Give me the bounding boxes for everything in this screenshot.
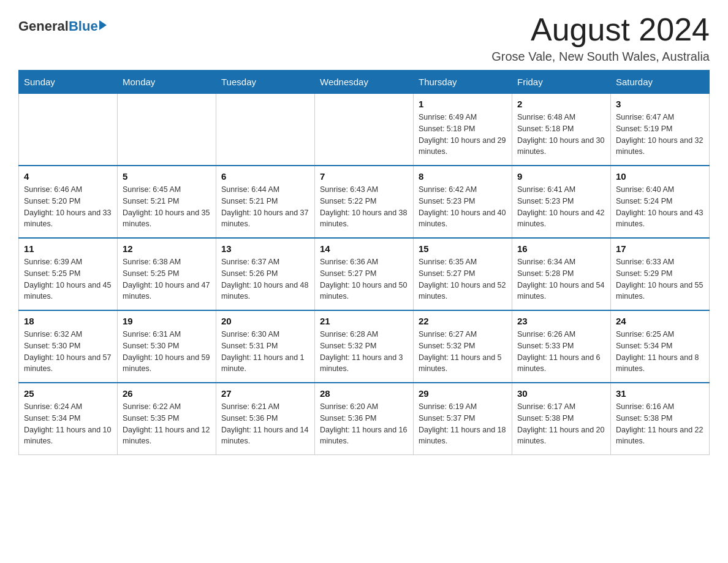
day-number: 1 — [419, 99, 507, 109]
calendar-cell — [216, 94, 315, 166]
calendar-cell: 14Sunrise: 6:36 AMSunset: 5:27 PMDayligh… — [315, 238, 414, 310]
day-info: Sunrise: 6:16 AMSunset: 5:38 PMDaylight:… — [616, 401, 704, 447]
calendar-cell: 1Sunrise: 6:49 AMSunset: 5:18 PMDaylight… — [414, 94, 512, 166]
calendar-cell: 2Sunrise: 6:48 AMSunset: 5:18 PMDaylight… — [512, 94, 611, 166]
calendar-cell: 17Sunrise: 6:33 AMSunset: 5:29 PMDayligh… — [611, 238, 710, 310]
day-number: 28 — [320, 388, 408, 399]
day-number: 12 — [123, 243, 211, 254]
calendar-cell: 10Sunrise: 6:40 AMSunset: 5:24 PMDayligh… — [611, 166, 710, 238]
title-area: August 2024 Grose Vale, New South Wales,… — [491, 12, 710, 64]
day-info: Sunrise: 6:47 AMSunset: 5:19 PMDaylight:… — [616, 112, 704, 158]
calendar-cell: 24Sunrise: 6:25 AMSunset: 5:34 PMDayligh… — [611, 310, 710, 383]
day-info: Sunrise: 6:17 AMSunset: 5:38 PMDaylight:… — [517, 401, 605, 447]
day-info: Sunrise: 6:30 AMSunset: 5:31 PMDaylight:… — [221, 329, 309, 375]
day-info: Sunrise: 6:38 AMSunset: 5:25 PMDaylight:… — [123, 256, 211, 302]
day-info: Sunrise: 6:36 AMSunset: 5:27 PMDaylight:… — [320, 256, 408, 302]
day-number: 2 — [517, 99, 605, 109]
calendar-day-header: Saturday — [611, 71, 710, 94]
calendar-day-header: Thursday — [414, 71, 512, 94]
calendar-cell: 19Sunrise: 6:31 AMSunset: 5:30 PMDayligh… — [118, 310, 216, 383]
calendar-cell: 15Sunrise: 6:35 AMSunset: 5:27 PMDayligh… — [414, 238, 512, 310]
calendar-cell — [19, 94, 118, 166]
calendar-cell: 3Sunrise: 6:47 AMSunset: 5:19 PMDaylight… — [611, 94, 710, 166]
day-info: Sunrise: 6:39 AMSunset: 5:25 PMDaylight:… — [24, 256, 112, 302]
calendar-cell: 6Sunrise: 6:44 AMSunset: 5:21 PMDaylight… — [216, 166, 315, 238]
day-info: Sunrise: 6:26 AMSunset: 5:33 PMDaylight:… — [517, 329, 605, 375]
calendar-week-row: 4Sunrise: 6:46 AMSunset: 5:20 PMDaylight… — [19, 166, 710, 238]
day-number: 22 — [419, 316, 507, 326]
calendar-day-header: Tuesday — [216, 71, 315, 94]
day-number: 3 — [616, 99, 704, 109]
day-number: 10 — [616, 171, 704, 182]
day-number: 8 — [419, 171, 507, 182]
logo-text: GeneralBlue — [18, 18, 98, 34]
day-info: Sunrise: 6:21 AMSunset: 5:36 PMDaylight:… — [221, 401, 309, 447]
day-number: 6 — [221, 171, 309, 182]
day-number: 5 — [123, 171, 211, 182]
day-info: Sunrise: 6:33 AMSunset: 5:29 PMDaylight:… — [616, 256, 704, 302]
calendar-cell: 31Sunrise: 6:16 AMSunset: 5:38 PMDayligh… — [611, 383, 710, 455]
calendar-cell: 21Sunrise: 6:28 AMSunset: 5:32 PMDayligh… — [315, 310, 414, 383]
day-number: 23 — [517, 316, 605, 326]
calendar-cell: 18Sunrise: 6:32 AMSunset: 5:30 PMDayligh… — [19, 310, 118, 383]
calendar-header-row: SundayMondayTuesdayWednesdayThursdayFrid… — [19, 71, 710, 94]
day-info: Sunrise: 6:22 AMSunset: 5:35 PMDaylight:… — [123, 401, 211, 447]
calendar-cell: 27Sunrise: 6:21 AMSunset: 5:36 PMDayligh… — [216, 383, 315, 455]
calendar-cell — [118, 94, 216, 166]
day-info: Sunrise: 6:40 AMSunset: 5:24 PMDaylight:… — [616, 184, 704, 230]
calendar-day-header: Wednesday — [315, 71, 414, 94]
day-number: 7 — [320, 171, 408, 182]
day-number: 11 — [24, 243, 112, 254]
day-number: 31 — [616, 388, 704, 399]
day-info: Sunrise: 6:31 AMSunset: 5:30 PMDaylight:… — [123, 329, 211, 375]
day-info: Sunrise: 6:19 AMSunset: 5:37 PMDaylight:… — [419, 401, 507, 447]
calendar-cell: 26Sunrise: 6:22 AMSunset: 5:35 PMDayligh… — [118, 383, 216, 455]
day-info: Sunrise: 6:24 AMSunset: 5:34 PMDaylight:… — [24, 401, 112, 447]
logo-arrow-icon — [99, 20, 107, 30]
calendar-cell: 7Sunrise: 6:43 AMSunset: 5:22 PMDaylight… — [315, 166, 414, 238]
day-number: 19 — [123, 316, 211, 326]
day-info: Sunrise: 6:43 AMSunset: 5:22 PMDaylight:… — [320, 184, 408, 230]
page-header: GeneralBlue August 2024 Grose Vale, New … — [18, 12, 710, 64]
calendar-cell: 5Sunrise: 6:45 AMSunset: 5:21 PMDaylight… — [118, 166, 216, 238]
calendar-cell: 13Sunrise: 6:37 AMSunset: 5:26 PMDayligh… — [216, 238, 315, 310]
calendar-day-header: Monday — [118, 71, 216, 94]
day-number: 20 — [221, 316, 309, 326]
calendar-cell: 12Sunrise: 6:38 AMSunset: 5:25 PMDayligh… — [118, 238, 216, 310]
calendar-cell: 20Sunrise: 6:30 AMSunset: 5:31 PMDayligh… — [216, 310, 315, 383]
month-title: August 2024 — [491, 12, 710, 47]
day-info: Sunrise: 6:42 AMSunset: 5:23 PMDaylight:… — [419, 184, 507, 230]
logo: GeneralBlue — [18, 12, 107, 34]
calendar-table: SundayMondayTuesdayWednesdayThursdayFrid… — [18, 70, 710, 455]
calendar-cell: 8Sunrise: 6:42 AMSunset: 5:23 PMDaylight… — [414, 166, 512, 238]
day-info: Sunrise: 6:32 AMSunset: 5:30 PMDaylight:… — [24, 329, 112, 375]
day-number: 25 — [24, 388, 112, 399]
day-number: 29 — [419, 388, 507, 399]
day-number: 15 — [419, 243, 507, 254]
calendar-day-header: Friday — [512, 71, 611, 94]
day-info: Sunrise: 6:46 AMSunset: 5:20 PMDaylight:… — [24, 184, 112, 230]
calendar-cell: 22Sunrise: 6:27 AMSunset: 5:32 PMDayligh… — [414, 310, 512, 383]
calendar-cell: 25Sunrise: 6:24 AMSunset: 5:34 PMDayligh… — [19, 383, 118, 455]
location-subtitle: Grose Vale, New South Wales, Australia — [491, 50, 710, 64]
day-info: Sunrise: 6:35 AMSunset: 5:27 PMDaylight:… — [419, 256, 507, 302]
day-info: Sunrise: 6:45 AMSunset: 5:21 PMDaylight:… — [123, 184, 211, 230]
day-info: Sunrise: 6:20 AMSunset: 5:36 PMDaylight:… — [320, 401, 408, 447]
calendar-week-row: 11Sunrise: 6:39 AMSunset: 5:25 PMDayligh… — [19, 238, 710, 310]
day-info: Sunrise: 6:48 AMSunset: 5:18 PMDaylight:… — [517, 112, 605, 158]
day-number: 17 — [616, 243, 704, 254]
day-info: Sunrise: 6:34 AMSunset: 5:28 PMDaylight:… — [517, 256, 605, 302]
day-number: 26 — [123, 388, 211, 399]
calendar-cell: 9Sunrise: 6:41 AMSunset: 5:23 PMDaylight… — [512, 166, 611, 238]
day-number: 4 — [24, 171, 112, 182]
calendar-cell: 16Sunrise: 6:34 AMSunset: 5:28 PMDayligh… — [512, 238, 611, 310]
day-info: Sunrise: 6:44 AMSunset: 5:21 PMDaylight:… — [221, 184, 309, 230]
day-number: 27 — [221, 388, 309, 399]
day-info: Sunrise: 6:28 AMSunset: 5:32 PMDaylight:… — [320, 329, 408, 375]
day-info: Sunrise: 6:49 AMSunset: 5:18 PMDaylight:… — [419, 112, 507, 158]
calendar-week-row: 25Sunrise: 6:24 AMSunset: 5:34 PMDayligh… — [19, 383, 710, 455]
calendar-cell — [315, 94, 414, 166]
calendar-cell: 23Sunrise: 6:26 AMSunset: 5:33 PMDayligh… — [512, 310, 611, 383]
calendar-week-row: 18Sunrise: 6:32 AMSunset: 5:30 PMDayligh… — [19, 310, 710, 383]
calendar-cell: 28Sunrise: 6:20 AMSunset: 5:36 PMDayligh… — [315, 383, 414, 455]
